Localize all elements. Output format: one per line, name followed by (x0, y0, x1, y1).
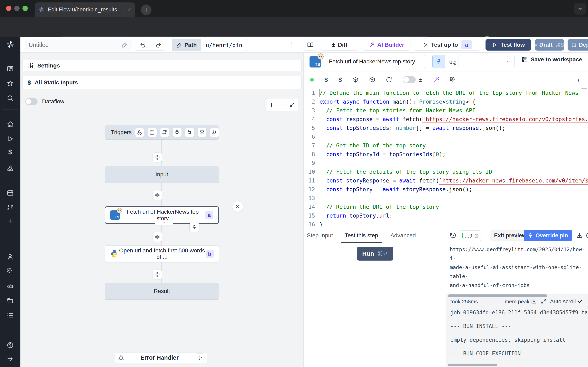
add-step-button[interactable] (152, 152, 162, 162)
sidebar-collapse-icon[interactable] (7, 355, 14, 362)
run-button[interactable]: Run ⌘↵ (357, 247, 393, 261)
sidebar-favorites-icon[interactable] (7, 80, 14, 87)
code-line[interactable]: 9 (303, 159, 588, 167)
diff-button[interactable]: ± Diff (320, 39, 359, 50)
sidebar-add-icon[interactable]: + (7, 217, 14, 225)
pinned-result-badge[interactable] (190, 223, 199, 232)
sidebar-runs-icon[interactable] (7, 135, 14, 142)
docs-button[interactable] (304, 39, 317, 50)
more-options-icon[interactable] (288, 41, 296, 49)
add-step-button[interactable] (152, 190, 162, 200)
code-line[interactable]: 14 // Return the URL of the top story (303, 202, 588, 211)
flow-name-field[interactable]: Untitled (25, 39, 132, 50)
step-name-input[interactable]: Fetch url of HackerNews top story (325, 55, 425, 68)
sidebar-logs-icon[interactable] (7, 312, 14, 319)
path-control[interactable]: Path u/henri/pin (172, 39, 247, 51)
history-icon[interactable] (450, 232, 456, 239)
add-step-button[interactable] (152, 269, 162, 279)
kafka-trigger-icon[interactable] (185, 128, 194, 137)
package-icon[interactable] (352, 77, 359, 83)
code-line[interactable]: 4 const response = await fetch('https://… (303, 115, 588, 124)
browser-tab[interactable]: Edit Flow u/henri/pin_results | (35, 2, 135, 17)
code-line[interactable]: 11 const storyResponse = await fetch(`ht… (303, 176, 588, 185)
zoom-in-icon[interactable]: + (269, 101, 274, 109)
reload-code-icon[interactable] (386, 77, 392, 83)
tag-select[interactable] (458, 55, 515, 68)
ai-builder-button[interactable]: AI Builder (362, 39, 411, 50)
undo-button[interactable] (135, 42, 151, 48)
expand-step-chevron[interactable] (155, 220, 173, 225)
sidebar-folders-icon[interactable] (7, 297, 14, 304)
sidebar-workers-icon[interactable] (7, 283, 14, 290)
download-logs-icon[interactable] (531, 298, 537, 304)
sidebar-help-icon[interactable] (7, 342, 14, 349)
deploy-button[interactable]: Deploy (568, 39, 588, 50)
code-line[interactable]: 10 // Fetch the details of the top story… (303, 167, 588, 176)
download-result-icon[interactable] (576, 233, 582, 239)
sidebar-resources-icon[interactable] (7, 165, 14, 172)
code-line[interactable]: 8 const topStoryId = topStoriesIds[0]; (303, 150, 588, 159)
result-node[interactable]: Result (105, 283, 219, 299)
tab-test-this-step[interactable]: Test this step (345, 228, 378, 243)
fit-view-icon[interactable] (290, 102, 295, 108)
new-tab-button[interactable]: + (141, 4, 151, 15)
tab-search-chevron-icon[interactable] (574, 3, 586, 15)
triggers-node[interactable]: Triggers (105, 125, 219, 139)
test-up-to-step-badge[interactable]: a (461, 40, 472, 49)
add-error-handler-button[interactable] (195, 353, 204, 362)
websocket-trigger-icon[interactable] (173, 128, 182, 137)
ai-assist-icon[interactable] (433, 77, 439, 83)
pin-step-button[interactable] (432, 55, 445, 68)
windmill-logo[interactable] (6, 40, 15, 49)
email-trigger-icon[interactable] (198, 128, 207, 137)
all-static-inputs-bar[interactable]: $ All Static Inputs (22, 76, 302, 89)
auto-scroll-check-icon[interactable] (577, 298, 583, 304)
code-line[interactable]: 5 const topStoriesIds: number[] = await … (303, 124, 588, 132)
webhook-trigger-icon[interactable] (135, 128, 144, 137)
static-inputs-icon[interactable]: $ (324, 76, 328, 83)
override-pin-button[interactable]: Override pin (524, 230, 572, 241)
info-icon[interactable] (586, 233, 588, 239)
test-flow-button[interactable]: Test flow (485, 39, 531, 50)
save-to-workspace-button[interactable]: Save to workspace (522, 56, 582, 63)
code-line[interactable]: 1// Define the main function to fetch th… (303, 89, 588, 97)
code-line[interactable]: 3 // Fetch the top stories from Hacker N… (303, 106, 588, 115)
step-b-node[interactable]: Open url and fetch first 500 words of ..… (105, 245, 219, 262)
mac-close-button[interactable] (6, 6, 11, 11)
schedule-trigger-icon[interactable] (148, 128, 156, 137)
result-url[interactable]: https://www.geoffreylitt.com/2025/04/12/… (450, 245, 588, 290)
error-handler-node[interactable]: Error Handler (115, 352, 208, 363)
poll-trigger-icon[interactable] (210, 128, 219, 137)
variables-icon[interactable]: $ (338, 76, 342, 83)
tab-step-input[interactable]: Step Input (307, 232, 333, 239)
sidebar-variables-icon[interactable]: $ (7, 149, 14, 155)
job-status-badge[interactable]: ...9 (459, 230, 481, 241)
mac-minimize-button[interactable] (14, 6, 20, 11)
library-panel-icon[interactable] (574, 77, 580, 83)
draft-button[interactable]: Draft ⌘S (535, 39, 564, 50)
code-line[interactable]: 15 return topStory.url; (303, 211, 588, 220)
log-hscrollbar-top[interactable] (448, 294, 547, 297)
code-line[interactable]: 6 (303, 132, 588, 141)
code-line[interactable]: 16} (303, 220, 588, 228)
mac-zoom-button[interactable] (22, 6, 28, 11)
sidebar-users-icon[interactable] (7, 253, 14, 260)
add-step-button[interactable] (152, 232, 162, 242)
sidebar-schedules-icon[interactable] (7, 189, 14, 196)
redo-button[interactable] (151, 42, 166, 48)
settings-bar[interactable]: Settings (22, 60, 302, 71)
edit-name-pencil-icon[interactable] (122, 42, 128, 48)
route-trigger-icon[interactable] (160, 128, 169, 137)
log-output[interactable]: job=019634fd-e186-211f-5364-d3e4385d57f9… (450, 309, 587, 364)
package-lock-icon[interactable] (369, 77, 375, 83)
code-editor[interactable]: 1// Define the main function to fetch th… (303, 88, 588, 228)
test-up-to-button[interactable]: Test up to a (414, 39, 480, 50)
code-line[interactable]: 12 const topStory = await storyResponse.… (303, 185, 588, 194)
sidebar-search-icon[interactable] (7, 95, 14, 101)
diff-mode-toggle[interactable] (403, 76, 416, 83)
dataflow-toggle[interactable] (25, 98, 38, 105)
sidebar-triggers-icon[interactable] (7, 204, 14, 211)
tab-close-icon[interactable] (127, 7, 131, 12)
code-line[interactable]: 13 (303, 194, 588, 202)
sidebar-settings-icon[interactable] (7, 268, 14, 275)
